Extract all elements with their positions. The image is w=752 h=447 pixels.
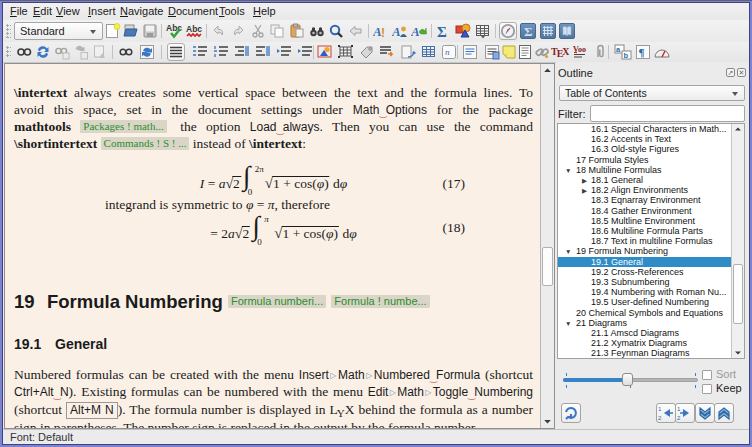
svg-text:TEX: TEX <box>551 46 570 59</box>
svg-text:b: b <box>624 51 629 60</box>
svg-text:1: 1 <box>677 406 681 412</box>
svg-text:A: A <box>392 24 401 39</box>
svg-text:¶: ¶ <box>639 46 645 58</box>
svg-text:2: 2 <box>677 415 681 421</box>
svg-text:2: 2 <box>658 415 662 421</box>
svg-text:n: n <box>445 47 450 57</box>
svg-text:1: 1 <box>658 406 662 412</box>
svg-text:Abc: Abc <box>186 24 202 34</box>
svg-text:!: ! <box>381 26 385 39</box>
svg-text:Abc: Abc <box>166 23 182 33</box>
svg-text:Σ: Σ <box>437 24 447 39</box>
svg-text:Σ: Σ <box>524 24 533 38</box>
svg-text:A: A <box>411 24 420 39</box>
